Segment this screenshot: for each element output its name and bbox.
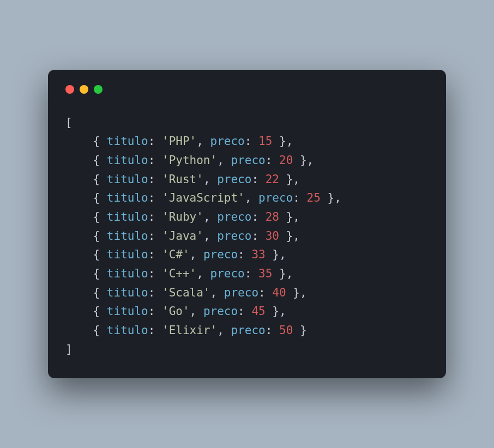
code-line: { titulo: 'PHP', preco: 15 },	[65, 132, 429, 151]
comma: ,	[196, 135, 210, 148]
close-brace: },	[272, 267, 293, 280]
close-brace: },	[272, 135, 293, 148]
key-preco: preco	[224, 286, 258, 299]
code-line: [	[65, 113, 429, 132]
code-line: { titulo: 'Rust', preco: 22 },	[65, 170, 429, 189]
open-brace: {	[93, 229, 107, 243]
comma: ,	[217, 324, 231, 337]
string-value: 'Python'	[162, 154, 217, 167]
comma: ,	[196, 267, 210, 280]
colon: :	[245, 267, 258, 280]
colon: :	[293, 191, 306, 204]
code-line: { titulo: 'Java', preco: 30 },	[65, 227, 429, 246]
code-line: { titulo: 'Ruby', preco: 28 },	[65, 208, 429, 227]
code-window: [{ titulo: 'PHP', preco: 15 },{ titulo: …	[48, 70, 446, 378]
open-brace: {	[93, 191, 107, 204]
open-brace: {	[93, 286, 107, 299]
key-titulo: titulo	[107, 248, 148, 261]
open-brace: {	[93, 267, 107, 280]
string-value: 'Ruby'	[162, 210, 203, 223]
close-brace: },	[321, 191, 341, 204]
comma: ,	[190, 305, 203, 318]
close-brace: },	[279, 173, 300, 186]
code-block: [{ titulo: 'PHP', preco: 15 },{ titulo: …	[65, 113, 429, 359]
key-titulo: titulo	[107, 267, 148, 280]
key-preco: preco	[210, 135, 245, 148]
comma: ,	[203, 229, 217, 243]
number-value: 25	[307, 191, 321, 204]
colon: :	[148, 229, 162, 243]
number-value: 20	[279, 154, 293, 167]
colon: :	[148, 154, 162, 167]
comma: ,	[203, 173, 217, 186]
string-value: 'Java'	[162, 229, 203, 243]
close-brace: },	[279, 210, 300, 223]
key-titulo: titulo	[107, 229, 148, 243]
close-brace: },	[279, 229, 300, 243]
number-value: 40	[272, 286, 286, 299]
colon: :	[148, 173, 162, 186]
code-line: { titulo: 'Python', preco: 20 },	[65, 151, 429, 170]
close-brace: },	[266, 248, 286, 261]
number-value: 28	[266, 210, 279, 223]
number-value: 33	[251, 248, 265, 261]
string-value: 'PHP'	[162, 135, 196, 148]
colon: :	[245, 135, 258, 148]
comma: ,	[210, 286, 224, 299]
key-titulo: titulo	[107, 191, 148, 204]
key-titulo: titulo	[107, 305, 148, 318]
close-brace: },	[286, 286, 307, 299]
open-brace: {	[93, 324, 107, 337]
code-line: { titulo: 'C++', preco: 35 },	[65, 264, 429, 283]
close-brace: },	[293, 154, 314, 167]
key-preco: preco	[231, 154, 265, 167]
open-brace: {	[93, 248, 107, 261]
close-icon[interactable]	[65, 85, 74, 94]
number-value: 22	[266, 173, 279, 186]
colon: :	[148, 267, 162, 280]
key-titulo: titulo	[107, 154, 148, 167]
colon: :	[238, 248, 251, 261]
key-preco: preco	[203, 305, 238, 318]
key-preco: preco	[217, 210, 251, 223]
key-preco: preco	[231, 324, 265, 337]
string-value: 'Rust'	[162, 173, 203, 186]
minimize-icon[interactable]	[80, 85, 88, 94]
key-preco: preco	[217, 229, 251, 243]
comma: ,	[190, 248, 203, 261]
colon: :	[148, 135, 162, 148]
open-brace: {	[93, 154, 107, 167]
string-value: 'C++'	[162, 267, 196, 280]
colon: :	[148, 305, 162, 318]
number-value: 35	[258, 267, 272, 280]
string-value: 'C#'	[162, 248, 190, 261]
colon: :	[266, 324, 279, 337]
colon: :	[258, 286, 272, 299]
key-titulo: titulo	[107, 135, 148, 148]
code-line: { titulo: 'Elixir', preco: 50 }	[65, 321, 429, 340]
colon: :	[238, 305, 251, 318]
key-preco: preco	[210, 267, 245, 280]
string-value: 'Elixir'	[162, 324, 217, 337]
close-brace: }	[293, 324, 306, 337]
code-line: { titulo: 'JavaScript', preco: 25 },	[65, 189, 429, 208]
code-line: ]	[65, 340, 429, 359]
key-titulo: titulo	[107, 324, 148, 337]
open-brace: {	[93, 210, 107, 223]
number-value: 15	[258, 135, 272, 148]
comma: ,	[217, 154, 231, 167]
close-brace: },	[266, 305, 286, 318]
colon: :	[148, 286, 162, 299]
colon: :	[148, 324, 162, 337]
open-brace: {	[93, 173, 107, 186]
colon: :	[148, 191, 162, 204]
code-line: { titulo: 'Scala', preco: 40 },	[65, 283, 429, 302]
colon: :	[148, 248, 162, 261]
number-value: 45	[251, 305, 265, 318]
window-titlebar	[65, 85, 429, 94]
maximize-icon[interactable]	[94, 85, 103, 94]
key-titulo: titulo	[107, 173, 148, 186]
key-preco: preco	[203, 248, 238, 261]
code-line: { titulo: 'C#', preco: 33 },	[65, 245, 429, 264]
colon: :	[266, 154, 279, 167]
